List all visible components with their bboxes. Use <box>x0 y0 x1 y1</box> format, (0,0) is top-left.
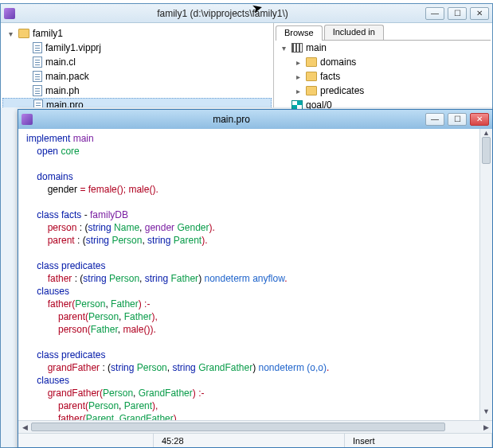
code-line[interactable]: clauses <box>26 374 484 387</box>
tree-item-label: facts <box>320 71 491 82</box>
tab-browse[interactable]: Browse <box>276 25 323 41</box>
tab-included-in[interactable]: Included in <box>324 25 384 40</box>
code-line[interactable] <box>26 336 484 349</box>
project-window-title: family1 (d:\vipprojects\family1\) <box>20 8 425 19</box>
code-line[interactable] <box>26 158 484 170</box>
editor-window-controls: — ☐ ✕ <box>425 113 489 126</box>
editor-titlebar[interactable]: main.pro — ☐ ✕ <box>18 110 492 129</box>
editor-close-button[interactable]: ✕ <box>470 113 489 126</box>
vertical-scroll-thumb[interactable] <box>482 137 491 164</box>
folder-icon <box>306 57 317 67</box>
maximize-button[interactable]: ☐ <box>448 7 467 20</box>
code-editor[interactable]: implement main open core domains gender … <box>18 129 492 420</box>
tree-folder-family1[interactable]: ▾family1 <box>2 26 272 41</box>
browse-pane: Browse Included in ▾main▸domains▸facts▸p… <box>274 23 492 107</box>
tree-item-label: domains <box>320 56 491 68</box>
btree-domains[interactable]: ▸domains <box>276 55 491 69</box>
tree-file-main-pro[interactable]: main.pro <box>2 98 272 107</box>
code-line[interactable]: grandFather(Person, GrandFather) :- <box>26 387 484 399</box>
app-icon <box>4 8 15 19</box>
tree-item-label: family1 <box>33 28 272 39</box>
code-line[interactable]: implement main <box>26 132 484 145</box>
file-icon <box>33 85 42 96</box>
project-tree[interactable]: ▾family1family1.vipprjmain.clmain.packma… <box>1 23 274 107</box>
folder-icon <box>18 29 29 38</box>
file-icon <box>33 99 43 107</box>
code-line[interactable]: parent(Person, Parent), <box>26 399 484 412</box>
editor-title: main.pro <box>37 114 425 125</box>
expand-toggle-icon[interactable]: ▸ <box>293 72 303 81</box>
minimize-button[interactable]: — <box>425 7 444 20</box>
project-window-controls: — ☐ ✕ <box>425 7 489 20</box>
expand-toggle-icon[interactable]: ▸ <box>293 87 303 95</box>
vertical-scrollbar[interactable]: ▲ ▼ <box>479 129 492 420</box>
browse-tabs: Browse Included in <box>276 25 491 41</box>
status-bar: 45:28 Insert <box>18 433 492 447</box>
tree-file-main-ph[interactable]: main.ph <box>2 84 272 98</box>
folder-icon <box>306 86 317 95</box>
code-line[interactable]: gender = female(); male(). <box>26 183 484 196</box>
folder-icon <box>306 72 317 81</box>
editor-maximize-button[interactable]: ☐ <box>448 113 467 126</box>
editor-window: main.pro — ☐ ✕ implement main open core … <box>18 109 493 448</box>
tree-item-label: main.pack <box>45 71 272 82</box>
code-line[interactable]: parent(Person, Father), <box>26 310 484 323</box>
code-line[interactable]: domains <box>26 170 484 183</box>
scroll-down-icon[interactable]: ▼ <box>480 407 492 420</box>
editor-app-icon <box>22 114 33 125</box>
code-line[interactable]: person : (string Name, gender Gender). <box>26 221 484 234</box>
scroll-right-icon[interactable]: ▶ <box>479 421 492 433</box>
file-icon <box>33 42 42 53</box>
status-edit-mode: Insert <box>345 434 492 447</box>
tree-item-label: main.ph <box>45 85 272 96</box>
btree-main[interactable]: ▾main <box>276 41 491 55</box>
code-line[interactable]: class predicates <box>26 259 484 272</box>
code-line[interactable]: class facts - familyDB <box>26 208 484 221</box>
code-line[interactable]: father : (string Person, string Father) … <box>26 272 484 285</box>
tree-file-main-cl[interactable]: main.cl <box>2 55 272 69</box>
scroll-left-icon[interactable]: ◀ <box>18 421 31 433</box>
code-line[interactable]: open core <box>26 145 484 158</box>
code-line[interactable] <box>26 247 484 259</box>
tree-item-label: main.cl <box>45 56 272 68</box>
tree-item-label: main <box>306 42 491 53</box>
project-titlebar[interactable]: family1 (d:\vipprojects\family1\) ➤ — ☐ … <box>1 4 492 23</box>
tree-item-label: main.pro <box>46 99 271 107</box>
code-line[interactable]: person(Father, male()). <box>26 323 484 336</box>
file-icon <box>33 71 42 82</box>
tree-item-label: predicates <box>320 85 491 96</box>
browse-tree[interactable]: ▾main▸domains▸facts▸predicatesgoal/0 <box>276 41 491 112</box>
expand-toggle-icon[interactable]: ▸ <box>293 58 303 67</box>
btree-predicates[interactable]: ▸predicates <box>276 84 491 98</box>
expand-toggle-icon[interactable]: ▾ <box>6 29 15 38</box>
tree-file-main-pack[interactable]: main.pack <box>2 69 272 84</box>
code-line[interactable]: grandFather : (string Person, string Gra… <box>26 361 484 374</box>
code-line[interactable] <box>26 196 484 208</box>
btree-facts[interactable]: ▸facts <box>276 69 491 84</box>
code-line[interactable]: parent : (string Person, string Parent). <box>26 234 484 247</box>
horizontal-scrollbar[interactable]: ◀ ▶ <box>18 420 492 433</box>
code-line[interactable]: class predicates <box>26 349 484 361</box>
editor-minimize-button[interactable]: — <box>425 113 444 126</box>
module-icon <box>291 43 303 53</box>
horizontal-scroll-thumb[interactable] <box>31 423 445 431</box>
code-line[interactable]: father(Person, Father) :- <box>26 298 484 310</box>
expand-toggle-icon[interactable]: ▾ <box>279 44 288 53</box>
close-button[interactable]: ✕ <box>470 7 489 20</box>
tree-file-vipprj[interactable]: family1.vipprj <box>2 41 272 55</box>
status-cursor-position: 45:28 <box>154 434 345 447</box>
code-line[interactable]: father(Parent, GrandFather). <box>26 412 484 420</box>
code-line[interactable]: clauses <box>26 285 484 298</box>
file-icon <box>33 56 42 68</box>
tree-item-label: family1.vipprj <box>45 42 272 53</box>
status-cell-empty <box>18 434 154 447</box>
editor-body: implement main open core domains gender … <box>18 129 492 420</box>
